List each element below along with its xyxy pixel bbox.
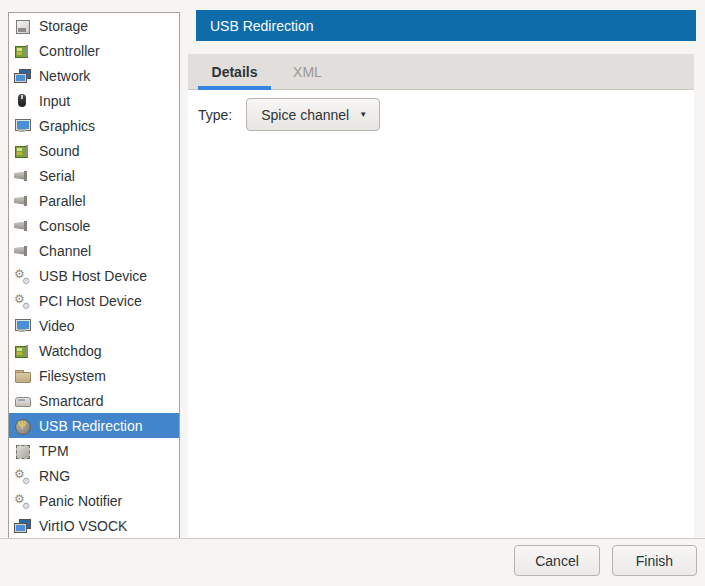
list-item-label: Input (39, 93, 70, 109)
hardware-type-list[interactable]: StorageControllerNetworkInputGraphicsSou… (8, 12, 180, 539)
monitor-icon (14, 318, 30, 334)
list-item-pci-host-device[interactable]: PCI Host Device (9, 288, 179, 313)
list-item-panic-notifier[interactable]: Panic Notifier (9, 488, 179, 513)
plug-icon (14, 168, 30, 184)
finish-button-label: Finish (636, 553, 673, 569)
plug-icon (14, 243, 30, 259)
list-item-channel[interactable]: Channel (9, 238, 179, 263)
gears-icon (14, 493, 30, 509)
gears-icon (14, 293, 30, 309)
list-item-label: USB Host Device (39, 268, 147, 284)
list-item-label: VirtIO VSOCK (39, 518, 127, 534)
usb-plug-icon (14, 418, 30, 434)
list-item-usb-redirection[interactable]: USB Redirection (9, 413, 179, 438)
list-item-label: TPM (39, 443, 69, 459)
list-item-console[interactable]: Console (9, 213, 179, 238)
type-label: Type: (198, 107, 232, 123)
list-item-label: Controller (39, 43, 100, 59)
cancel-button-label: Cancel (535, 553, 579, 569)
list-item-label: Serial (39, 168, 75, 184)
list-item-controller[interactable]: Controller (9, 38, 179, 63)
list-item-label: Channel (39, 243, 91, 259)
list-item-label: PCI Host Device (39, 293, 142, 309)
list-item-input[interactable]: Input (9, 88, 179, 113)
computer-icon (14, 68, 30, 84)
tab-details[interactable]: Details (198, 54, 271, 89)
list-item-serial[interactable]: Serial (9, 163, 179, 188)
finish-button[interactable]: Finish (612, 545, 697, 576)
cancel-button[interactable]: Cancel (514, 545, 600, 576)
type-dropdown[interactable]: Spice channel ▼ (246, 98, 380, 131)
list-item-label: Video (39, 318, 75, 334)
chevron-down-icon: ▼ (359, 110, 367, 119)
tab-xml-label: XML (293, 64, 322, 80)
pci-card-icon (14, 343, 30, 359)
list-item-label: Filesystem (39, 368, 106, 384)
tab-details-label: Details (212, 64, 258, 80)
list-item-label: Storage (39, 18, 88, 34)
type-row: Type: Spice channel ▼ (188, 90, 694, 131)
pci-card-icon (14, 143, 30, 159)
list-item-video[interactable]: Video (9, 313, 179, 338)
list-item-usb-host-device[interactable]: USB Host Device (9, 263, 179, 288)
tab-xml[interactable]: XML (271, 54, 344, 89)
disk-icon (14, 18, 30, 34)
gears-icon (14, 468, 30, 484)
monitor-icon (14, 118, 30, 134)
list-item-network[interactable]: Network (9, 63, 179, 88)
list-item-rng[interactable]: RNG (9, 463, 179, 488)
list-item-label: RNG (39, 468, 70, 484)
list-item-smartcard[interactable]: Smartcard (9, 388, 179, 413)
plug-icon (14, 193, 30, 209)
page-title-bar: USB Redirection (196, 10, 696, 41)
list-item-label: Sound (39, 143, 79, 159)
details-panel: Type: Spice channel ▼ (188, 90, 694, 538)
list-item-label: USB Redirection (39, 418, 143, 434)
list-item-label: Graphics (39, 118, 95, 134)
smartcard-icon (14, 393, 30, 409)
list-item-filesystem[interactable]: Filesystem (9, 363, 179, 388)
type-dropdown-value: Spice channel (261, 107, 349, 123)
list-item-label: Network (39, 68, 90, 84)
gears-icon (14, 268, 30, 284)
list-item-storage[interactable]: Storage (9, 13, 179, 38)
list-item-label: Console (39, 218, 90, 234)
list-item-sound[interactable]: Sound (9, 138, 179, 163)
mouse-icon (14, 93, 30, 109)
tab-bar: Details XML (188, 54, 694, 90)
list-item-label: Panic Notifier (39, 493, 122, 509)
list-item-tpm[interactable]: TPM (9, 438, 179, 463)
chip-icon (14, 443, 30, 459)
list-item-virtio-vsock[interactable]: VirtIO VSOCK (9, 513, 179, 538)
computer-icon (14, 518, 30, 534)
dialog-footer: Cancel Finish (0, 538, 705, 586)
list-item-label: Smartcard (39, 393, 104, 409)
page-title: USB Redirection (210, 18, 314, 34)
list-item-parallel[interactable]: Parallel (9, 188, 179, 213)
plug-icon (14, 218, 30, 234)
list-item-label: Parallel (39, 193, 86, 209)
list-item-graphics[interactable]: Graphics (9, 113, 179, 138)
list-item-watchdog[interactable]: Watchdog (9, 338, 179, 363)
list-item-label: Watchdog (39, 343, 102, 359)
pci-card-icon (14, 43, 30, 59)
folder-icon (14, 368, 30, 384)
